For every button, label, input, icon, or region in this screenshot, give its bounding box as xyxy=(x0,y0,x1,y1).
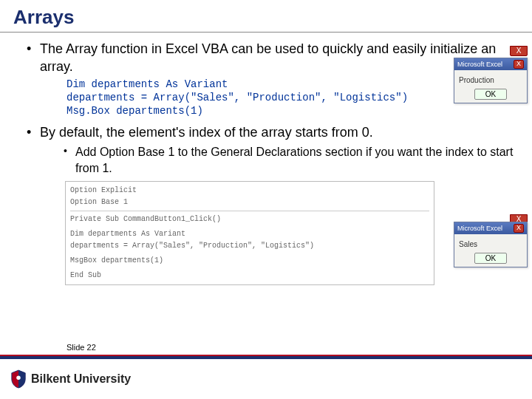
crest-icon xyxy=(10,369,27,389)
university-name: Bilkent University xyxy=(31,372,131,386)
slide-number: Slide 22 xyxy=(66,343,96,352)
code-block-1: Dim departments As Variant departments =… xyxy=(40,78,519,118)
bullet-item: By default, the element's index of the a… xyxy=(28,123,519,284)
messagebox-titlebar: Microsoft Excel X xyxy=(454,222,527,234)
ide-separator xyxy=(70,211,429,211)
messagebox-title: Microsoft Excel xyxy=(457,225,502,232)
ide-line: Dim departments As Variant xyxy=(70,228,429,240)
slide-body: The Array function in Excel VBA can be u… xyxy=(0,38,532,285)
messagebox-2: Microsoft Excel X Sales OK xyxy=(454,222,528,267)
bullet-list: The Array function in Excel VBA can be u… xyxy=(13,40,519,285)
slide-header: Arrays xyxy=(0,0,532,32)
sub-bullet-text: Add Option Base 1 to the General Declara… xyxy=(75,146,513,174)
bullet-text: By default, the element's index of the a… xyxy=(40,125,373,140)
messagebox-titlebar: Microsoft Excel X xyxy=(454,58,527,70)
svg-point-0 xyxy=(16,375,21,380)
ide-line: departments = Array("Sales", "Production… xyxy=(70,240,429,252)
ok-button[interactable]: OK xyxy=(474,89,507,100)
messagebox-buttons: OK xyxy=(454,251,527,267)
close-icon[interactable]: X xyxy=(514,60,524,69)
messagebox-body: Production xyxy=(454,70,527,87)
slide-title: Arrays xyxy=(13,6,519,29)
footer: Bilkent University xyxy=(0,359,532,399)
messagebox-title: Microsoft Excel xyxy=(457,61,502,68)
university-logo: Bilkent University xyxy=(10,369,131,389)
title-rule xyxy=(0,32,532,33)
ide-line: Option Base 1 xyxy=(70,197,429,208)
ide-line: MsgBox departments(1) xyxy=(70,255,429,267)
bullet-item: The Array function in Excel VBA can be u… xyxy=(28,40,519,117)
messagebox-buttons: OK xyxy=(454,87,527,103)
messagebox-body: Sales xyxy=(454,234,527,251)
ide-screenshot: Option Explicit Option Base 1 Private Su… xyxy=(65,181,434,285)
sub-bullet-list: Add Option Base 1 to the General Declara… xyxy=(40,144,519,176)
ide-line: Private Sub CommandButton1_Click() xyxy=(70,214,429,225)
ok-button[interactable]: OK xyxy=(474,253,507,264)
sub-bullet-item: Add Option Base 1 to the General Declara… xyxy=(64,144,519,176)
close-icon[interactable]: X xyxy=(514,224,524,233)
ide-line: Option Explicit xyxy=(70,185,429,197)
ide-line: End Sub xyxy=(70,270,429,282)
bullet-text: The Array function in Excel VBA can be u… xyxy=(40,41,496,74)
messagebox-1: Microsoft Excel X Production OK xyxy=(454,58,528,103)
